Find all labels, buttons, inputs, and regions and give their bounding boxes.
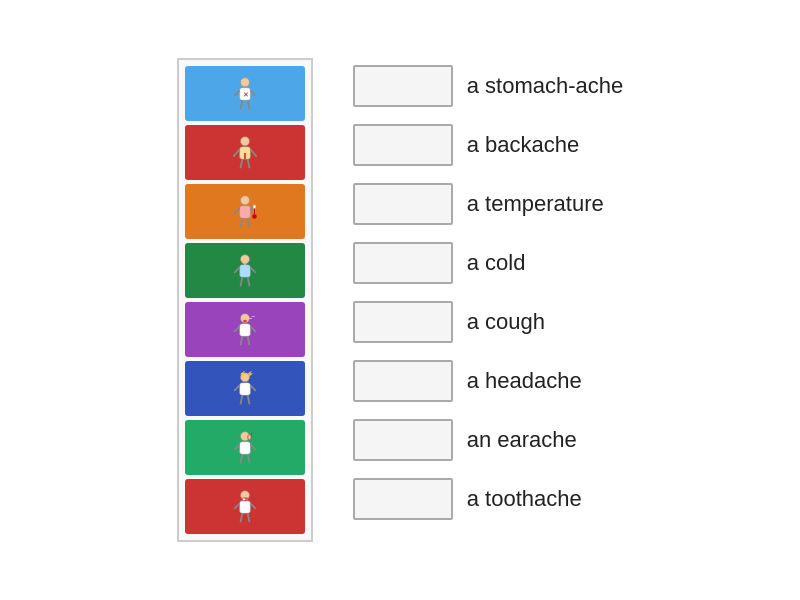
image-box-3[interactable] — [185, 184, 305, 239]
svg-text:~: ~ — [251, 313, 255, 320]
svg-line-53 — [250, 444, 255, 449]
label-1: a stomach-ache — [467, 73, 624, 99]
image-box-2[interactable] — [185, 125, 305, 180]
svg-line-33 — [240, 336, 242, 345]
svg-line-52 — [234, 444, 239, 449]
svg-line-5 — [250, 90, 255, 95]
image-box-6[interactable]: ⚡ ⚡ — [185, 361, 305, 416]
image-column: ✕ — [177, 58, 313, 542]
svg-point-7 — [240, 136, 249, 145]
svg-rect-57 — [239, 500, 250, 513]
svg-point-37 — [243, 319, 247, 322]
svg-rect-22 — [253, 208, 255, 216]
svg-line-59 — [247, 513, 249, 522]
match-column: a stomach-ache a backache a temperature … — [353, 58, 624, 526]
svg-line-18 — [234, 208, 239, 213]
svg-line-61 — [250, 503, 255, 508]
drop-box-3[interactable] — [353, 183, 453, 225]
image-box-1[interactable]: ✕ — [185, 66, 305, 121]
svg-line-28 — [250, 267, 255, 272]
svg-line-60 — [234, 503, 239, 508]
main-container: ✕ — [147, 28, 654, 572]
match-row-5: a cough — [353, 294, 624, 349]
label-8: a toothache — [467, 486, 582, 512]
svg-line-50 — [240, 454, 242, 463]
match-row-8: a toothache — [353, 471, 624, 526]
svg-line-17 — [247, 218, 249, 227]
figure-cough-icon: ~ ~ — [227, 312, 263, 348]
match-row-2: a backache — [353, 117, 624, 172]
svg-rect-15 — [239, 205, 250, 218]
svg-line-12 — [250, 149, 256, 156]
svg-line-26 — [247, 277, 249, 286]
svg-text:✕: ✕ — [243, 89, 249, 98]
label-4: a cold — [467, 250, 526, 276]
match-row-7: an earache — [353, 412, 624, 467]
svg-line-43 — [247, 395, 249, 404]
svg-rect-49 — [239, 441, 250, 454]
label-6: a headache — [467, 368, 582, 394]
svg-text:!: ! — [250, 432, 252, 438]
image-box-7[interactable]: ! — [185, 420, 305, 475]
drop-box-4[interactable] — [353, 242, 453, 284]
svg-line-25 — [240, 277, 242, 286]
svg-line-4 — [234, 90, 239, 95]
svg-rect-24 — [239, 264, 250, 277]
label-3: a temperature — [467, 191, 604, 217]
image-box-8[interactable]: ✕ — [185, 479, 305, 534]
svg-line-45 — [250, 385, 255, 390]
figure-cold-icon — [227, 253, 263, 289]
drop-box-8[interactable] — [353, 478, 453, 520]
svg-line-11 — [233, 149, 239, 156]
label-5: a cough — [467, 309, 545, 335]
drop-box-7[interactable] — [353, 419, 453, 461]
drop-box-6[interactable] — [353, 360, 453, 402]
label-7: an earache — [467, 427, 577, 453]
svg-line-3 — [247, 100, 249, 109]
image-box-4[interactable] — [185, 243, 305, 298]
match-row-4: a cold — [353, 235, 624, 290]
svg-point-14 — [240, 195, 249, 204]
figure-earache-icon: ! — [227, 430, 263, 466]
drop-box-2[interactable] — [353, 124, 453, 166]
svg-rect-32 — [239, 323, 250, 336]
svg-line-10 — [247, 159, 249, 168]
match-row-6: a headache — [353, 353, 624, 408]
figure-temperature-icon — [227, 194, 263, 230]
svg-line-58 — [240, 513, 242, 522]
drop-box-1[interactable] — [353, 65, 453, 107]
match-row-3: a temperature — [353, 176, 624, 231]
svg-line-51 — [247, 454, 249, 463]
svg-line-35 — [234, 326, 239, 331]
svg-line-34 — [247, 336, 249, 345]
match-row-1: a stomach-ache — [353, 58, 624, 113]
figure-headache-icon: ⚡ ⚡ — [227, 371, 263, 407]
svg-rect-41 — [239, 382, 250, 395]
svg-point-29 — [243, 262, 247, 264]
svg-line-27 — [234, 267, 239, 272]
figure-toothache-icon: ✕ — [227, 489, 263, 525]
image-box-5[interactable]: ~ ~ — [185, 302, 305, 357]
figure-back-icon — [227, 135, 263, 171]
svg-line-16 — [240, 218, 242, 227]
svg-line-44 — [234, 385, 239, 390]
svg-line-36 — [250, 326, 255, 331]
svg-line-42 — [240, 395, 242, 404]
svg-text:✕: ✕ — [244, 496, 248, 501]
svg-point-0 — [240, 77, 249, 86]
label-2: a backache — [467, 132, 580, 158]
figure-stomach-icon: ✕ — [227, 76, 263, 112]
drop-box-5[interactable] — [353, 301, 453, 343]
svg-line-2 — [240, 100, 242, 109]
svg-line-9 — [240, 159, 242, 168]
